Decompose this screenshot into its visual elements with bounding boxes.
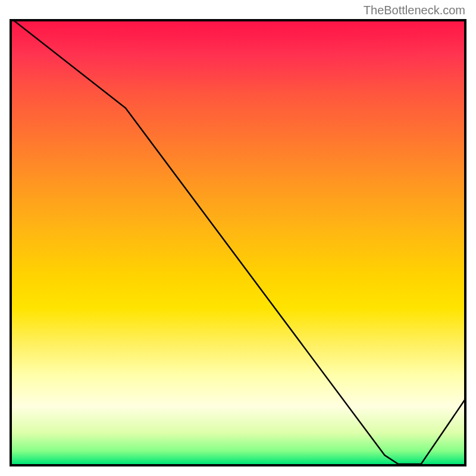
chart-line-curve: [12, 19, 466, 464]
chart-border-right: [464, 19, 466, 466]
watermark-text: TheBottleneck.com: [364, 4, 465, 17]
chart-plot-area: [10, 19, 466, 466]
chart-border-top: [10, 19, 466, 21]
